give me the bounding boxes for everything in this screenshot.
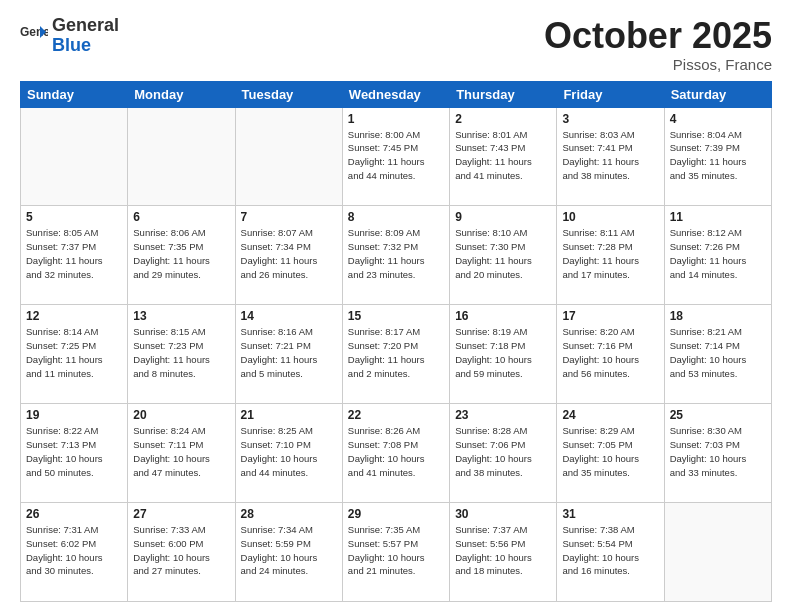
day-number: 21 bbox=[241, 408, 337, 422]
logo-general-text: General bbox=[52, 16, 119, 36]
table-row: 4Sunrise: 8:04 AM Sunset: 7:39 PM Daylig… bbox=[664, 107, 771, 206]
table-row bbox=[664, 503, 771, 602]
day-number: 30 bbox=[455, 507, 551, 521]
day-number: 24 bbox=[562, 408, 658, 422]
logo: General General Blue bbox=[20, 16, 119, 56]
day-info: Sunrise: 8:01 AM Sunset: 7:43 PM Dayligh… bbox=[455, 128, 551, 183]
day-number: 23 bbox=[455, 408, 551, 422]
day-number: 12 bbox=[26, 309, 122, 323]
table-row: 31Sunrise: 7:38 AM Sunset: 5:54 PM Dayli… bbox=[557, 503, 664, 602]
day-number: 18 bbox=[670, 309, 766, 323]
table-row: 25Sunrise: 8:30 AM Sunset: 7:03 PM Dayli… bbox=[664, 404, 771, 503]
day-number: 6 bbox=[133, 210, 229, 224]
day-info: Sunrise: 8:19 AM Sunset: 7:18 PM Dayligh… bbox=[455, 325, 551, 380]
table-row: 7Sunrise: 8:07 AM Sunset: 7:34 PM Daylig… bbox=[235, 206, 342, 305]
day-info: Sunrise: 8:26 AM Sunset: 7:08 PM Dayligh… bbox=[348, 424, 444, 479]
day-info: Sunrise: 8:21 AM Sunset: 7:14 PM Dayligh… bbox=[670, 325, 766, 380]
table-row bbox=[235, 107, 342, 206]
day-number: 27 bbox=[133, 507, 229, 521]
day-info: Sunrise: 8:22 AM Sunset: 7:13 PM Dayligh… bbox=[26, 424, 122, 479]
table-row: 26Sunrise: 7:31 AM Sunset: 6:02 PM Dayli… bbox=[21, 503, 128, 602]
day-info: Sunrise: 8:10 AM Sunset: 7:30 PM Dayligh… bbox=[455, 226, 551, 281]
table-row: 30Sunrise: 7:37 AM Sunset: 5:56 PM Dayli… bbox=[450, 503, 557, 602]
day-number: 22 bbox=[348, 408, 444, 422]
day-number: 16 bbox=[455, 309, 551, 323]
day-number: 29 bbox=[348, 507, 444, 521]
day-info: Sunrise: 7:37 AM Sunset: 5:56 PM Dayligh… bbox=[455, 523, 551, 578]
day-info: Sunrise: 8:28 AM Sunset: 7:06 PM Dayligh… bbox=[455, 424, 551, 479]
day-number: 14 bbox=[241, 309, 337, 323]
table-row: 6Sunrise: 8:06 AM Sunset: 7:35 PM Daylig… bbox=[128, 206, 235, 305]
day-info: Sunrise: 8:04 AM Sunset: 7:39 PM Dayligh… bbox=[670, 128, 766, 183]
day-info: Sunrise: 8:03 AM Sunset: 7:41 PM Dayligh… bbox=[562, 128, 658, 183]
table-row: 23Sunrise: 8:28 AM Sunset: 7:06 PM Dayli… bbox=[450, 404, 557, 503]
day-number: 9 bbox=[455, 210, 551, 224]
header-tuesday: Tuesday bbox=[235, 81, 342, 107]
table-row: 11Sunrise: 8:12 AM Sunset: 7:26 PM Dayli… bbox=[664, 206, 771, 305]
day-info: Sunrise: 7:33 AM Sunset: 6:00 PM Dayligh… bbox=[133, 523, 229, 578]
day-info: Sunrise: 7:31 AM Sunset: 6:02 PM Dayligh… bbox=[26, 523, 122, 578]
header-monday: Monday bbox=[128, 81, 235, 107]
day-info: Sunrise: 7:35 AM Sunset: 5:57 PM Dayligh… bbox=[348, 523, 444, 578]
location: Pissos, France bbox=[544, 56, 772, 73]
table-row: 19Sunrise: 8:22 AM Sunset: 7:13 PM Dayli… bbox=[21, 404, 128, 503]
table-row: 27Sunrise: 7:33 AM Sunset: 6:00 PM Dayli… bbox=[128, 503, 235, 602]
table-row: 24Sunrise: 8:29 AM Sunset: 7:05 PM Dayli… bbox=[557, 404, 664, 503]
day-number: 19 bbox=[26, 408, 122, 422]
day-info: Sunrise: 8:07 AM Sunset: 7:34 PM Dayligh… bbox=[241, 226, 337, 281]
day-number: 31 bbox=[562, 507, 658, 521]
day-number: 10 bbox=[562, 210, 658, 224]
calendar-table: Sunday Monday Tuesday Wednesday Thursday… bbox=[20, 81, 772, 602]
table-row: 12Sunrise: 8:14 AM Sunset: 7:25 PM Dayli… bbox=[21, 305, 128, 404]
day-number: 25 bbox=[670, 408, 766, 422]
day-info: Sunrise: 8:30 AM Sunset: 7:03 PM Dayligh… bbox=[670, 424, 766, 479]
table-row: 1Sunrise: 8:00 AM Sunset: 7:45 PM Daylig… bbox=[342, 107, 449, 206]
day-info: Sunrise: 8:14 AM Sunset: 7:25 PM Dayligh… bbox=[26, 325, 122, 380]
day-info: Sunrise: 7:34 AM Sunset: 5:59 PM Dayligh… bbox=[241, 523, 337, 578]
day-info: Sunrise: 8:00 AM Sunset: 7:45 PM Dayligh… bbox=[348, 128, 444, 183]
table-row: 13Sunrise: 8:15 AM Sunset: 7:23 PM Dayli… bbox=[128, 305, 235, 404]
table-row: 18Sunrise: 8:21 AM Sunset: 7:14 PM Dayli… bbox=[664, 305, 771, 404]
table-row: 10Sunrise: 8:11 AM Sunset: 7:28 PM Dayli… bbox=[557, 206, 664, 305]
day-info: Sunrise: 8:06 AM Sunset: 7:35 PM Dayligh… bbox=[133, 226, 229, 281]
table-row bbox=[21, 107, 128, 206]
day-number: 4 bbox=[670, 112, 766, 126]
table-row: 20Sunrise: 8:24 AM Sunset: 7:11 PM Dayli… bbox=[128, 404, 235, 503]
day-number: 7 bbox=[241, 210, 337, 224]
day-number: 8 bbox=[348, 210, 444, 224]
header-saturday: Saturday bbox=[664, 81, 771, 107]
day-info: Sunrise: 8:15 AM Sunset: 7:23 PM Dayligh… bbox=[133, 325, 229, 380]
day-info: Sunrise: 8:25 AM Sunset: 7:10 PM Dayligh… bbox=[241, 424, 337, 479]
table-row: 22Sunrise: 8:26 AM Sunset: 7:08 PM Dayli… bbox=[342, 404, 449, 503]
table-row: 5Sunrise: 8:05 AM Sunset: 7:37 PM Daylig… bbox=[21, 206, 128, 305]
day-number: 26 bbox=[26, 507, 122, 521]
day-info: Sunrise: 7:38 AM Sunset: 5:54 PM Dayligh… bbox=[562, 523, 658, 578]
table-row: 16Sunrise: 8:19 AM Sunset: 7:18 PM Dayli… bbox=[450, 305, 557, 404]
title-block: October 2025 Pissos, France bbox=[544, 16, 772, 73]
day-info: Sunrise: 8:17 AM Sunset: 7:20 PM Dayligh… bbox=[348, 325, 444, 380]
day-number: 5 bbox=[26, 210, 122, 224]
day-number: 17 bbox=[562, 309, 658, 323]
table-row: 15Sunrise: 8:17 AM Sunset: 7:20 PM Dayli… bbox=[342, 305, 449, 404]
day-info: Sunrise: 8:11 AM Sunset: 7:28 PM Dayligh… bbox=[562, 226, 658, 281]
header-friday: Friday bbox=[557, 81, 664, 107]
header-thursday: Thursday bbox=[450, 81, 557, 107]
day-number: 1 bbox=[348, 112, 444, 126]
day-info: Sunrise: 8:24 AM Sunset: 7:11 PM Dayligh… bbox=[133, 424, 229, 479]
day-number: 11 bbox=[670, 210, 766, 224]
logo-icon: General bbox=[20, 22, 48, 50]
day-info: Sunrise: 8:29 AM Sunset: 7:05 PM Dayligh… bbox=[562, 424, 658, 479]
calendar-header-row: Sunday Monday Tuesday Wednesday Thursday… bbox=[21, 81, 772, 107]
day-number: 28 bbox=[241, 507, 337, 521]
logo-blue-text: Blue bbox=[52, 36, 119, 56]
table-row: 3Sunrise: 8:03 AM Sunset: 7:41 PM Daylig… bbox=[557, 107, 664, 206]
table-row bbox=[128, 107, 235, 206]
day-info: Sunrise: 8:16 AM Sunset: 7:21 PM Dayligh… bbox=[241, 325, 337, 380]
table-row: 9Sunrise: 8:10 AM Sunset: 7:30 PM Daylig… bbox=[450, 206, 557, 305]
page-header: General General Blue October 2025 Pissos… bbox=[20, 16, 772, 73]
header-sunday: Sunday bbox=[21, 81, 128, 107]
day-number: 20 bbox=[133, 408, 229, 422]
table-row: 14Sunrise: 8:16 AM Sunset: 7:21 PM Dayli… bbox=[235, 305, 342, 404]
table-row: 2Sunrise: 8:01 AM Sunset: 7:43 PM Daylig… bbox=[450, 107, 557, 206]
day-info: Sunrise: 8:05 AM Sunset: 7:37 PM Dayligh… bbox=[26, 226, 122, 281]
